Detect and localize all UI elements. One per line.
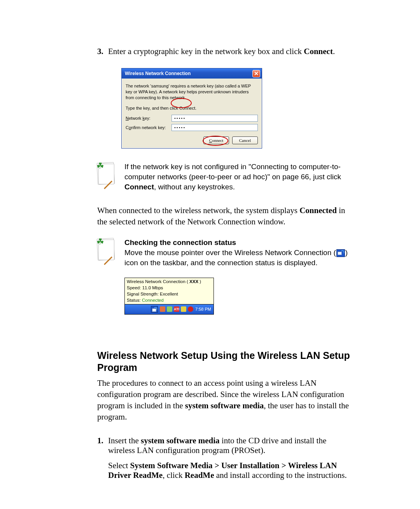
note-block: ☘ If the network key is not configured i… (97, 162, 354, 192)
confirm-key-row: Confirm network key: (126, 124, 258, 131)
note-text: Checking the connection status Move the … (124, 238, 354, 268)
wireless-tray-icon[interactable] (151, 306, 158, 313)
tooltip-line: Status: Connected (127, 297, 212, 303)
confirm-key-input[interactable] (172, 124, 258, 131)
step-text: Enter a cryptographic key in the network… (108, 47, 354, 149)
step-number: 3. (97, 47, 108, 149)
tooltip-line: Speed: 11.0 Mbps (127, 285, 212, 291)
step-number: 1. (97, 436, 108, 480)
cancel-button[interactable]: Cancel (232, 136, 258, 144)
note-heading: Checking the connection status (124, 238, 236, 247)
note-block: ☘ Checking the connection status Move th… (97, 238, 354, 268)
wireless-dialog: Wireless Network Connection The network … (121, 68, 262, 149)
tray-icon[interactable] (188, 306, 193, 312)
step-3: 3. Enter a cryptographic key in the netw… (97, 47, 354, 149)
taskbar: ATI 7:58 PM (124, 304, 214, 315)
note-icon: ☘ (97, 162, 124, 192)
dialog-titlebar: Wireless Network Connection (122, 68, 262, 79)
step-text: Insert the system software media into th… (108, 436, 354, 480)
close-button[interactable] (252, 70, 260, 77)
tooltip-line: Signal Strength: Excellent (127, 291, 212, 297)
network-key-row: Network key: (126, 115, 258, 122)
tray-icon[interactable] (160, 306, 165, 312)
system-tray: ATI (150, 306, 193, 313)
body-paragraph: When connected to the wireless network, … (97, 205, 354, 227)
tray-icon[interactable] (181, 306, 186, 312)
tooltip-line: Wireless Network Connection ( XXX ) (127, 278, 212, 285)
step-1: 1. Insert the system software media into… (97, 436, 354, 480)
note-icon: ☘ (97, 238, 124, 268)
clover-icon: ☘ (96, 161, 104, 171)
close-icon (254, 72, 258, 75)
section-heading: Wireless Network Setup Using the Wireles… (97, 350, 354, 374)
wireless-tray-icon (336, 249, 345, 257)
dialog-body: The network 'samsung' requires a network… (122, 79, 262, 148)
connect-button[interactable]: Connect (203, 136, 229, 144)
clover-icon: ☘ (96, 237, 104, 247)
dialog-help-text: The network 'samsung' requires a network… (126, 83, 258, 101)
tooltip-figure: Wireless Network Connection ( XXX ) Spee… (124, 278, 214, 314)
page-content: 3. Enter a cryptographic key in the netw… (0, 0, 420, 509)
clock: 7:58 PM (195, 307, 211, 311)
dialog-buttons: Connect Cancel (126, 136, 258, 144)
network-key-input[interactable] (172, 115, 258, 122)
note-text: If the network key is not configured in … (124, 162, 354, 192)
network-key-label: Network key: (126, 116, 172, 121)
confirm-key-label: Confirm network key: (126, 125, 172, 130)
dialog-instruction: Type the key, and then click Connect. (126, 105, 258, 111)
dialog-title: Wireless Network Connection (125, 71, 191, 76)
body-paragraph: The procedures to connect to an access p… (97, 378, 354, 423)
connection-tooltip: Wireless Network Connection ( XXX ) Spee… (124, 278, 214, 304)
tray-icon[interactable] (167, 306, 172, 312)
